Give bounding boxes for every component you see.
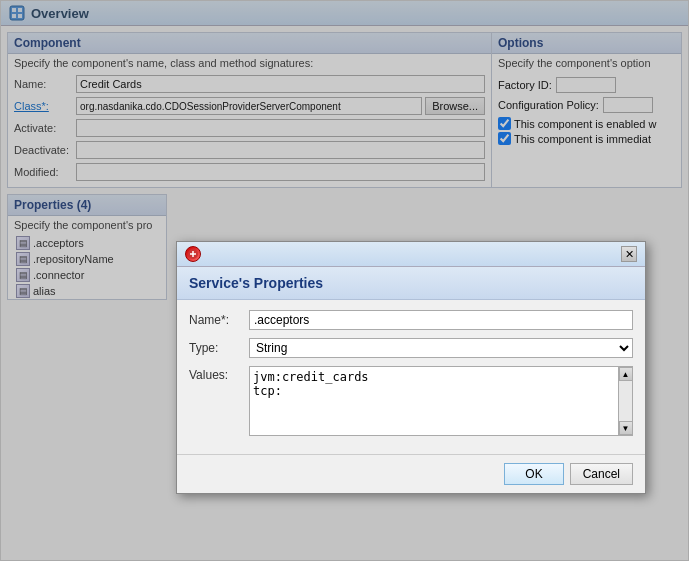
dialog-name-row: Name*: xyxy=(189,310,633,330)
dialog-icon xyxy=(185,246,201,262)
scroll-up-button[interactable]: ▲ xyxy=(619,367,633,381)
dialog-type-select[interactable]: String Integer Boolean Double Float Long xyxy=(249,338,633,358)
dialog-title-bar: ✕ xyxy=(177,242,645,267)
dialog-values-wrapper: jvm:credit_cards tcp: ▲ ▼ xyxy=(249,366,633,436)
main-window: Overview Component Specify the component… xyxy=(0,0,689,561)
cancel-button[interactable]: Cancel xyxy=(570,463,633,485)
values-scrollbar: ▲ ▼ xyxy=(618,367,632,435)
services-properties-dialog: ✕ Service's Properties Name*: Type: Stri… xyxy=(176,241,646,494)
dialog-name-input[interactable] xyxy=(249,310,633,330)
scroll-down-button[interactable]: ▼ xyxy=(619,421,633,435)
dialog-title-left xyxy=(185,246,201,262)
dialog-values-textarea[interactable]: jvm:credit_cards tcp: xyxy=(250,367,618,435)
dialog-values-row: Values: jvm:credit_cards tcp: ▲ ▼ xyxy=(189,366,633,436)
ok-button[interactable]: OK xyxy=(504,463,563,485)
dialog-close-button[interactable]: ✕ xyxy=(621,246,637,262)
dialog-title-text: Service's Properties xyxy=(177,267,645,300)
dialog-values-label: Values: xyxy=(189,366,249,382)
dialog-type-label: Type: xyxy=(189,341,249,355)
dialog-footer: OK Cancel xyxy=(177,454,645,493)
dialog-body: Name*: Type: String Integer Boolean Doub… xyxy=(177,300,645,454)
dialog-type-select-wrapper: String Integer Boolean Double Float Long xyxy=(249,338,633,358)
dialog-type-row: Type: String Integer Boolean Double Floa… xyxy=(189,338,633,358)
dialog-name-label: Name*: xyxy=(189,313,249,327)
